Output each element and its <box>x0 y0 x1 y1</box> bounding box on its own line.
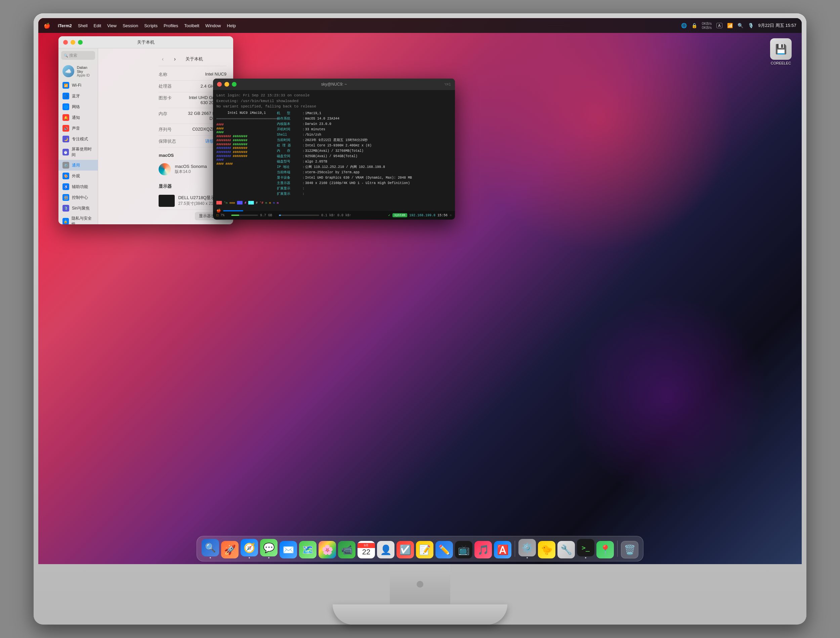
si-row-display: 主显示器 ：3840 x 2160 (2160p/4K UHD 1 - Ultr… <box>277 181 452 186</box>
si-row-cpu: 处 理 器 ：Intel Core i5-9300H 2.40GHz x (8) <box>277 143 452 148</box>
statusbar-right: ✓ system 192.168.199.8 15:56 ○ <box>388 213 452 217</box>
calendar-day: 22 <box>358 548 375 556</box>
dock-item-sysprefs[interactable]: ⚙️ <box>519 539 536 558</box>
menubar-window[interactable]: Window <box>205 23 221 28</box>
cpu-label: □ <box>217 213 218 217</box>
menubar-shell[interactable]: Shell <box>78 23 88 28</box>
dock-item-appletv[interactable]: 📺 <box>455 541 472 558</box>
dock-item-trash[interactable]: 🗑️ <box>621 541 638 558</box>
dock-item-facetime[interactable]: 📹 <box>338 541 356 558</box>
dock-item-findmy[interactable]: 📍 <box>596 541 614 558</box>
freeform-icon: ✏️ <box>435 541 453 558</box>
si-value-time: ：2023年 9月22日 星期五 15时56分29秒 <box>302 138 368 143</box>
logo-yellow2: ######## <box>233 150 247 154</box>
sidebar-notifications[interactable]: 🔔 通知 <box>59 112 98 123</box>
safari-dot <box>248 557 250 558</box>
si-row-kernel: 内核版本 ：Darwin 23.0.0 <box>277 122 452 127</box>
dock-item-calendar[interactable]: 9月 22 <box>358 541 375 558</box>
mem-bar-fill <box>231 215 239 216</box>
findmy-icon: 📍 <box>596 541 614 558</box>
si-label-os: 操作系统 <box>277 116 301 122</box>
dock-item-notes[interactable]: 📝 <box>416 541 433 558</box>
dock-item-maps[interactable]: 🗺️ <box>299 541 316 558</box>
macos-name: macOS Sonoma <box>175 164 207 169</box>
menubar-app-name[interactable]: iTerm2 <box>58 23 72 28</box>
wifi-icon: 📶 <box>62 82 69 88</box>
terminal-body[interactable]: Last login: Fri Sep 22 15:23:33 on conso… <box>213 90 455 220</box>
dock-item-safari[interactable]: 🧭 <box>240 539 258 558</box>
sidebar-bluetooth[interactable]: 🔵 蓝牙 <box>59 91 98 101</box>
dock-item-launchpad[interactable]: 🚀 <box>221 541 239 558</box>
apple-menu-icon[interactable]: 🍎 <box>44 22 51 29</box>
menubar-session[interactable]: Session <box>123 23 138 28</box>
dock-item-music[interactable]: 🎵 <box>475 541 492 558</box>
sidebar-notif-label: 通知 <box>72 115 80 120</box>
sidebar-sound[interactable]: 🔊 声音 <box>59 123 98 134</box>
dock-item-messages[interactable]: 💬 <box>260 539 278 558</box>
si-row-mem: 内 存 ：3122MB(Avai) / 32768MB(Total) <box>277 148 452 154</box>
sidebar-general[interactable]: ⚙️ 通用 <box>59 160 98 171</box>
sysprefs-icon: ⚙️ <box>519 539 536 556</box>
logo-bar-4: ######## ######## <box>217 135 277 139</box>
menubar-edit[interactable]: Edit <box>94 23 101 28</box>
window-maximize-btn[interactable] <box>78 40 83 45</box>
sidebar-appearance[interactable]: 🎨 外观 <box>59 171 98 181</box>
dock-item-reminders[interactable]: ☑️ <box>397 541 414 558</box>
logo-bar-6: ######## ######## <box>217 143 277 147</box>
si-label-ext2: 扩展显示 <box>277 191 301 197</box>
menubar-toolbelt[interactable]: Toolbelt <box>184 23 199 28</box>
terminal-minimize-btn[interactable] <box>225 82 229 87</box>
menubar-profiles[interactable]: Profiles <box>164 23 178 28</box>
sidebar-privacy[interactable]: 🔒 隐私与安全性 <box>59 213 98 224</box>
dock-item-contacts[interactable]: 👤 <box>377 541 394 558</box>
window-minimize-btn[interactable] <box>71 40 75 45</box>
sidebar-user: ☁️ Dalian Sky Apple ID <box>59 62 98 80</box>
dock-item-appstore[interactable]: 🅰️ <box>494 541 511 558</box>
sidebar-screentime[interactable]: ⏱️ 屏幕使用时间 <box>59 144 98 160</box>
sidebar-focus[interactable]: 🌙 专注模式 <box>59 134 98 144</box>
user-name: Dalian Sky <box>77 65 94 74</box>
menubar-scripts[interactable]: Scripts <box>144 23 158 28</box>
menubar-view[interactable]: View <box>107 23 117 28</box>
dock-item-tools[interactable]: 🔧 <box>557 541 575 558</box>
label-serial: 序列号 <box>158 126 185 133</box>
si-label-display2: 主显示器 <box>277 181 301 186</box>
terminal-titlebar: sky@NUC9: ~ ⌥⌘1 <box>213 79 455 90</box>
si-row-disktype: 磁盘型号 ：algo 2.05TB <box>277 159 452 164</box>
dock-item-iterm[interactable]: >_ <box>577 539 595 558</box>
dock-item-cyberduck[interactable]: 🐤 <box>538 541 555 558</box>
dock-item-photos[interactable]: 🌸 <box>318 541 336 558</box>
trash-icon: 🗑️ <box>621 541 638 558</box>
menubar-siri-icon[interactable]: 🎙️ <box>748 23 754 28</box>
terminal-maximize-btn[interactable] <box>232 82 237 87</box>
search-icon: 🔍 <box>64 54 68 57</box>
si-label-vram: 显卡设备 <box>277 175 301 181</box>
si-value-ip: ：公网 119.112.252.210 / 内网 192.168.199.8 <box>302 164 385 170</box>
desktop-coreelec-icon[interactable]: 💾 COREELEC <box>770 38 792 65</box>
calendar-date-display: 9月 22 <box>358 543 375 556</box>
sidebar-search[interactable]: 🔍 搜索 <box>61 51 95 60</box>
sidebar-privacy-label: 隐私与安全性 <box>71 216 94 224</box>
nav-forward[interactable]: › <box>171 55 179 63</box>
window-close-btn[interactable] <box>63 40 68 45</box>
menubar-search-icon[interactable]: 🔍 <box>737 23 743 28</box>
terminal-variant-line: No variant specified, falling back to re… <box>217 104 452 109</box>
dock-item-freeform[interactable]: ✏️ <box>435 541 453 558</box>
sidebar-control-center[interactable]: 🎛️ 控制中心 <box>59 192 98 203</box>
sidebar-wifi[interactable]: 📶 Wi-Fi <box>59 80 98 91</box>
dock-item-mail[interactable]: ✉️ <box>280 541 297 558</box>
si-row-uptime: 开机时间 ：33 minutes <box>277 127 452 132</box>
menubar-datetime: 9月22日 周五 15:57 <box>758 22 796 28</box>
sidebar-network[interactable]: 🌐 网络 <box>59 101 98 112</box>
si-row-shell: Shell ：/bin/zsh <box>277 132 452 138</box>
net-bar-fill <box>279 215 281 216</box>
terminal-close-btn[interactable] <box>217 82 222 87</box>
dock-item-finder[interactable]: 🔍 <box>202 539 219 558</box>
cpu-value: 7% <box>220 213 225 217</box>
menubar-help[interactable]: Help <box>227 23 236 28</box>
screen-bezel: 🍎 iTerm2 Shell Edit View Session Scripts… <box>38 18 802 564</box>
si-label-time: 当前时间 <box>277 138 301 143</box>
nav-back[interactable]: ‹ <box>158 55 167 63</box>
sidebar-accessibility[interactable]: ♿ 辅助功能 <box>59 181 98 192</box>
sidebar-siri[interactable]: 🎙️ Siri与聚焦 <box>59 203 98 213</box>
